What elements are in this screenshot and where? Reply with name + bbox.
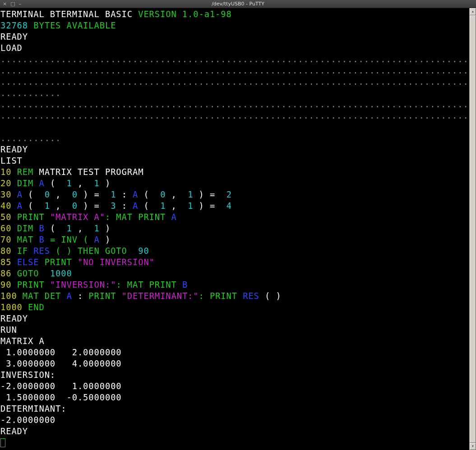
comment-text: MATRIX TEST PROGRAM: [33, 167, 143, 177]
colon: :: [116, 201, 133, 211]
line-num: 100: [0, 291, 23, 301]
line-num: 10: [0, 167, 17, 177]
var-a: A: [171, 212, 176, 222]
num-lit: 1: [94, 224, 100, 233]
comma: ,: [166, 201, 188, 211]
kw-goto: GOTO: [17, 269, 50, 278]
scroll-up-icon[interactable]: ▴: [470, 8, 476, 15]
var-a: A: [39, 179, 44, 188]
kw-end: END: [28, 303, 45, 312]
line-num: 85: [0, 257, 17, 267]
num-lit: 0: [72, 190, 78, 199]
kw-dim: DIM: [17, 179, 39, 188]
paren: (: [23, 190, 45, 199]
titlebar[interactable]: × □ – /dev/ttyUSB0 - PuTTY: [0, 0, 476, 8]
cmd-list: LIST: [0, 156, 23, 165]
window-title: /dev/ttyUSB0 - PuTTY: [55, 1, 421, 7]
dots-row: ........................................…: [0, 66, 469, 75]
terminal[interactable]: TERMINAL BTERMINAL BASIC VERSION 1.0-a1-…: [0, 8, 469, 450]
mem-bytes: 32768: [0, 21, 28, 30]
cmd-load: LOAD: [0, 43, 23, 53]
line-num: 1000: [0, 303, 28, 312]
line-num: 40: [0, 201, 17, 211]
num-lit: 4: [226, 201, 232, 211]
kw-if: IF: [17, 246, 34, 256]
kw-else: ELSE: [17, 257, 39, 267]
dots-row: ...........: [0, 133, 61, 143]
line-num: 60: [0, 224, 17, 233]
var-a: A: [17, 201, 23, 211]
kw-rem: REM: [17, 167, 34, 177]
string-lit: "DETERMINANT:": [122, 291, 199, 301]
kw-print: PRINT: [45, 257, 78, 267]
terminal-area: TERMINAL BTERMINAL BASIC VERSION 1.0-a1-…: [0, 8, 476, 450]
banner-version: VERSION 1.0-a1-98: [133, 9, 232, 19]
comma: ,: [50, 190, 72, 199]
kw-mat-print: : MAT PRINT: [116, 280, 182, 289]
line-num: 70: [0, 235, 17, 244]
out-matrix-a-row: 1.0000000 2.0000000: [0, 348, 122, 357]
scroll-down-icon[interactable]: ▾: [470, 443, 476, 450]
ready-4: READY: [0, 427, 28, 436]
dots-row: ...........: [0, 88, 61, 98]
kw-print: PRINT: [88, 291, 121, 301]
var-a: A: [133, 190, 138, 199]
num-lit: 0: [72, 201, 78, 211]
num-lit: 0: [160, 190, 166, 199]
num-lit: 1: [45, 201, 50, 211]
num-lit: 1: [188, 201, 193, 211]
out-inversion-hdr: INVERSION:: [0, 370, 55, 380]
line-num: 30: [0, 190, 17, 199]
dots-row: ........................................…: [0, 111, 469, 120]
num-lit: 1: [160, 201, 166, 211]
minimize-icon[interactable]: –: [19, 1, 22, 6]
dots-row: ........................................…: [0, 55, 469, 64]
dots-row: ........................................…: [0, 77, 469, 87]
paren: (: [23, 201, 45, 211]
window-controls: × □ –: [1, 1, 55, 6]
assign: ) =: [78, 190, 111, 199]
mem-suffix: BYTES AVAILABLE: [28, 21, 116, 30]
scrollbar[interactable]: ▴ ▾: [469, 8, 476, 450]
scrollbar-thumb[interactable]: [470, 15, 476, 443]
comma: ,: [72, 179, 94, 188]
kw-then-goto: ( ) THEN GOTO: [50, 246, 138, 256]
paren: (: [138, 190, 160, 199]
var-a: A: [17, 190, 23, 199]
kw-inv: = INV (: [45, 235, 94, 244]
assign: ) =: [193, 190, 226, 199]
line-num: 80: [0, 246, 17, 256]
paren: (: [45, 224, 67, 233]
var-res: RES: [33, 246, 50, 256]
colon: :: [116, 190, 133, 199]
var-b: B: [39, 235, 44, 244]
kw-print: : PRINT: [199, 291, 243, 301]
var-b: B: [39, 224, 44, 233]
paren: ( ): [259, 291, 282, 301]
kw-print: PRINT: [17, 280, 50, 289]
dots-row: ........................................…: [0, 100, 469, 109]
scrollbar-track[interactable]: [470, 15, 476, 443]
line-num: 20: [0, 179, 17, 188]
line-num: 86: [0, 269, 17, 278]
goto-target: 1000: [50, 269, 72, 278]
var-a: A: [67, 291, 72, 301]
string-lit: "NO INVERSION": [78, 257, 155, 267]
kw-mat-print: : MAT PRINT: [105, 212, 171, 222]
num-lit: 1: [67, 224, 72, 233]
string-lit: "MATRIX A": [50, 212, 105, 222]
putty-window: × □ – /dev/ttyUSB0 - PuTTY TERMINAL BTER…: [0, 0, 476, 450]
ready-3: READY: [0, 314, 28, 323]
num-lit: 0: [45, 190, 50, 199]
goto-target: 90: [138, 246, 149, 256]
num-lit: 2: [226, 190, 232, 199]
string-lit: "INVERSION:": [50, 280, 116, 289]
close-icon[interactable]: ×: [3, 1, 7, 6]
cmd-run: RUN: [0, 325, 17, 335]
comma: ,: [50, 201, 72, 211]
var-b: B: [182, 280, 188, 289]
kw-mat: MAT: [17, 235, 39, 244]
comma: ,: [72, 224, 94, 233]
kw-mat-det: MAT DET: [23, 291, 67, 301]
maximize-icon[interactable]: □: [10, 1, 15, 6]
